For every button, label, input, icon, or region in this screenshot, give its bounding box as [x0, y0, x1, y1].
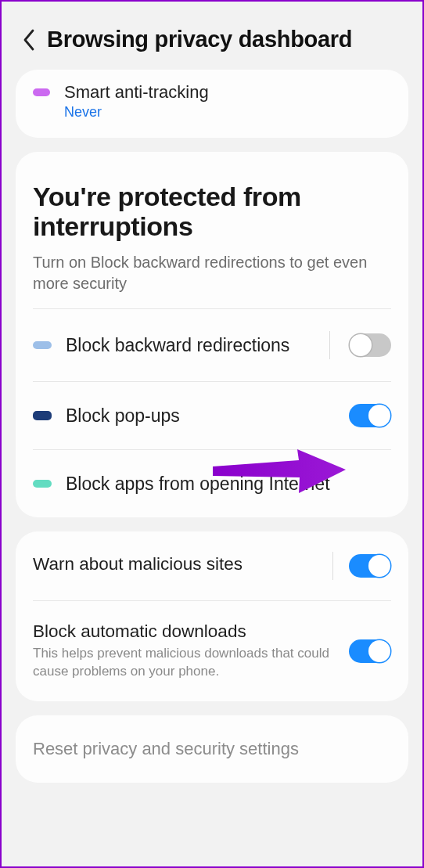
reset-privacy-settings-label: Reset privacy and security settings	[33, 739, 391, 759]
block-automatic-downloads-desc: This helps prevent malicious downloads t…	[33, 645, 338, 681]
divider-vertical	[329, 331, 330, 359]
tracking-status-icon	[33, 88, 50, 96]
smart-anti-tracking-label: Smart anti-tracking	[64, 82, 209, 103]
header: Browsing privacy dashboard	[16, 2, 408, 70]
block-automatic-downloads-label: Block automatic downloads	[33, 621, 338, 642]
status-dot-icon	[33, 341, 52, 349]
row-warn-malicious-sites[interactable]: Warn about malicious sites	[16, 531, 408, 600]
block-backward-redirections-label: Block backward redirections	[66, 334, 315, 357]
back-icon[interactable]	[22, 28, 36, 52]
row-smart-anti-tracking[interactable]: Smart anti-tracking Never	[16, 70, 408, 138]
card-reset[interactable]: Reset privacy and security settings	[16, 715, 408, 783]
status-dot-icon	[33, 480, 52, 488]
row-block-apps-opening-internet[interactable]: Block apps from opening Internet	[16, 450, 408, 517]
card-security: Warn about malicious sites Block automat…	[16, 531, 408, 701]
status-dot-icon	[33, 411, 52, 420]
divider-vertical	[332, 552, 333, 580]
toggle-block-backward-redirections[interactable]	[349, 333, 391, 357]
warn-malicious-sites-label: Warn about malicious sites	[33, 554, 322, 574]
row-block-backward-redirections[interactable]: Block backward redirections	[16, 309, 408, 381]
block-popups-label: Block pop-ups	[66, 405, 335, 427]
toggle-warn-malicious-sites[interactable]	[349, 554, 391, 578]
row-block-automatic-downloads[interactable]: Block automatic downloads This helps pre…	[16, 601, 408, 701]
smart-anti-tracking-value: Never	[64, 104, 209, 121]
page-title: Browsing privacy dashboard	[47, 27, 352, 52]
toggle-block-popups[interactable]	[349, 404, 391, 427]
toggle-block-automatic-downloads[interactable]	[349, 639, 391, 663]
interruptions-title: You're protected from interruptions	[33, 182, 391, 241]
card-smart-anti-tracking: Smart anti-tracking Never	[16, 70, 408, 138]
card-interruptions: You're protected from interruptions Turn…	[16, 152, 408, 517]
interruptions-subtitle: Turn on Block backward redirections to g…	[33, 252, 391, 294]
row-block-popups[interactable]: Block pop-ups	[16, 382, 408, 449]
block-apps-opening-internet-label: Block apps from opening Internet	[66, 473, 391, 495]
